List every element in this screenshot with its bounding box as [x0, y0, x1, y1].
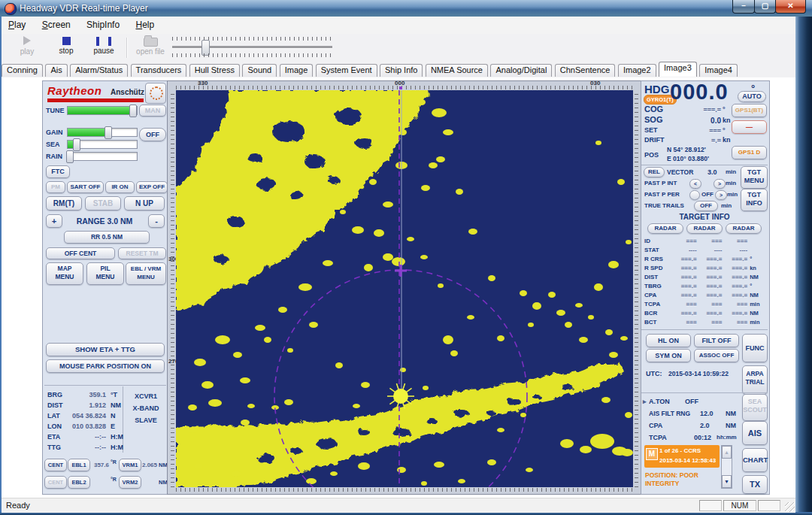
scroll-down-icon[interactable]: ▼ [722, 475, 732, 488]
tab-image3[interactable]: Image3 [659, 62, 697, 77]
tx-button[interactable]: TX [742, 475, 768, 494]
sea-scout-button[interactable]: SEA SCOUT [742, 394, 768, 421]
ebl-vrm-menu-button[interactable]: EBL / VRM MENU [126, 262, 166, 285]
ftc-button[interactable]: FTC [46, 165, 70, 178]
resize-grip[interactable] [785, 502, 795, 512]
true-trails-button[interactable]: OFF [694, 201, 718, 211]
cent1-button[interactable]: CENT [44, 459, 67, 471]
pause-button[interactable]: pause [86, 34, 122, 55]
rr-button[interactable]: RR 0.5 NM [64, 231, 150, 244]
tab-hull-stress[interactable]: Hull Stress [189, 64, 240, 77]
rain-slider[interactable] [67, 152, 138, 161]
hdg-label: HDG [644, 83, 669, 95]
stab-button[interactable]: STAB [85, 196, 121, 211]
gear-icon[interactable] [145, 83, 166, 104]
chart-button[interactable]: CHART [742, 448, 768, 472]
gain-slider[interactable] [67, 128, 138, 137]
off-cent-button[interactable]: OFF CENT [46, 247, 115, 259]
n-up-button[interactable]: N UP [124, 196, 165, 211]
auto-button[interactable]: AUTO [738, 91, 766, 102]
table-row: DIST===.====.====.=NM [644, 272, 766, 281]
sea-slider[interactable] [67, 140, 138, 149]
radar-target2-button[interactable]: RADAR [686, 223, 723, 234]
tab-system-event[interactable]: System Event [316, 64, 377, 77]
tab-analog-digital[interactable]: Analog/Digital [490, 64, 552, 77]
range-plus-button[interactable]: + [46, 214, 62, 228]
rel-button[interactable]: REL [644, 167, 665, 177]
vrm2-button[interactable]: VRM2 [119, 476, 141, 489]
menu-play[interactable]: Play [2, 17, 32, 32]
menu-screen[interactable]: Screen [35, 17, 77, 32]
close-button[interactable]: ✕ [775, 0, 806, 14]
tune-slider[interactable] [67, 106, 138, 115]
hl-on-button[interactable]: HL ON [646, 334, 691, 347]
tab-chnsentence[interactable]: ChnSentence [555, 64, 616, 77]
pm-button[interactable]: PM [46, 181, 65, 193]
past-pint-inc[interactable]: > [714, 179, 726, 189]
tgt-info-button[interactable]: TGT INFO [741, 189, 768, 211]
sym-on-button[interactable]: SYM ON [646, 349, 691, 362]
man-button[interactable]: MAN [139, 105, 166, 117]
alarm-line2: 2015-03-14 12:58:43 [659, 457, 716, 464]
scroll-up-icon[interactable]: ▲ [722, 446, 732, 459]
past-pint-dec[interactable]: < [689, 179, 701, 189]
alarm-scrollbar[interactable]: ▲ ▼ [721, 445, 732, 489]
sart-off-button[interactable]: SART OFF [67, 181, 104, 193]
table-row: TCPA=========min [644, 299, 766, 308]
assoc-off-button[interactable]: ASSOC OFF [694, 349, 739, 362]
ais-button[interactable]: AIS [742, 421, 768, 445]
gain-handle[interactable] [105, 126, 112, 139]
dash-button[interactable]: — [732, 120, 767, 134]
tab-alarm-status[interactable]: Alarm/Status [70, 64, 128, 77]
play-button[interactable]: play [9, 34, 45, 56]
past-pper-toggle[interactable] [689, 190, 700, 200]
tab-ais[interactable]: Ais [45, 64, 67, 77]
lat-unit: N [111, 412, 116, 420]
tab-conning[interactable]: Conning [2, 64, 43, 77]
filt-off-button[interactable]: FILT OFF [694, 334, 739, 347]
menu-shipinfo[interactable]: ShipInfo [80, 17, 126, 32]
timeline-slider[interactable] [172, 46, 332, 49]
tab-sound[interactable]: Sound [242, 64, 277, 77]
minimize-button[interactable]: – [732, 0, 755, 14]
alarm-message-box[interactable]: M 1 of 26 - CCRS 2015-03-14 12:58:43 [644, 445, 720, 468]
maximize-button[interactable]: ▢ [754, 0, 776, 14]
gps1-d-button[interactable]: GPS1 D [732, 146, 767, 159]
menu-help[interactable]: Help [129, 17, 161, 32]
show-eta-ttg-button[interactable]: SHOW ETA + TTG [46, 343, 165, 356]
tab-image4[interactable]: Image4 [699, 64, 738, 77]
radar-target3-button[interactable]: RADAR [726, 223, 762, 234]
cent2-button[interactable]: CENT [44, 476, 67, 489]
rain-handle[interactable] [66, 150, 74, 163]
stop-button[interactable]: stop [48, 34, 84, 55]
rm-t-button[interactable]: RM(T) [46, 196, 82, 211]
sea-off-button[interactable]: OFF [139, 128, 166, 141]
ir-on-button[interactable]: IR ON [105, 181, 135, 193]
gps1-bt-button[interactable]: GPS1(BT) [732, 104, 767, 117]
tab-image2[interactable]: Image2 [618, 64, 656, 77]
arpa-trial-button[interactable]: ARPA TRIAL [742, 365, 768, 395]
mouse-park-button[interactable]: MOUSE PARK POSITION ON [46, 359, 165, 373]
aton-value: OFF [685, 398, 698, 405]
past-pper-inc[interactable]: > [715, 190, 727, 200]
reset-tm-button[interactable]: RESET TM [118, 247, 166, 259]
tab-image[interactable]: Image [280, 64, 314, 77]
range-minus-button[interactable]: - [148, 214, 165, 228]
tab-ship-info[interactable]: Ship Info [380, 64, 423, 77]
exp-off-button[interactable]: EXP OFF [136, 181, 168, 193]
radar-target1-button[interactable]: RADAR [647, 223, 683, 234]
open-file-button[interactable]: open file [131, 34, 170, 56]
tab-transducers[interactable]: Transducers [131, 64, 187, 77]
func-button[interactable]: FUNC [742, 334, 768, 362]
tab-nmea-source[interactable]: NMEA Source [426, 64, 488, 77]
sea-handle[interactable] [73, 138, 80, 151]
ebl2-button[interactable]: EBL2 [68, 476, 90, 489]
vrm1-button[interactable]: VRM1 [119, 459, 141, 471]
tune-handle[interactable] [129, 105, 137, 117]
set-value: === [680, 127, 721, 135]
pil-menu-button[interactable]: PIL MENU [86, 262, 124, 285]
tgt-menu-button[interactable]: TGT MENU [741, 166, 768, 189]
ebl1-button[interactable]: EBL1 [68, 459, 90, 471]
map-menu-button[interactable]: MAP MENU [46, 262, 83, 285]
title-bar[interactable]: Headway VDR Real-time Player – ▢ ✕ [0, 0, 812, 17]
